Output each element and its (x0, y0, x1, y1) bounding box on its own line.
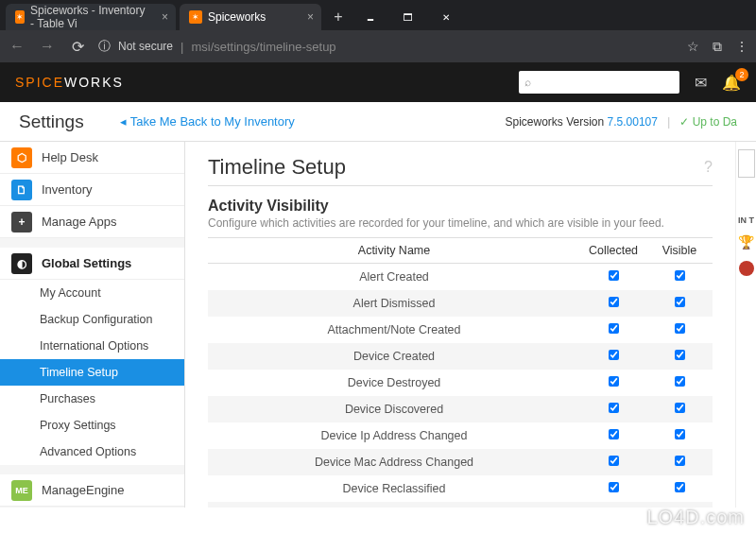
activity-name-cell: Device Updated (208, 502, 580, 508)
sidebar-sub-backup-configuration[interactable]: Backup Configuration (0, 306, 184, 333)
visible-checkbox[interactable] (675, 270, 685, 281)
shield-icon[interactable] (739, 261, 754, 276)
col-activity-name: Activity Name (208, 238, 580, 264)
browser-tab-active[interactable]: ✶ Spiceworks × (180, 4, 321, 30)
section-heading: Activity Visibility (208, 198, 713, 215)
section-subtext: Configure which activities are recorded … (208, 216, 713, 230)
table-row: Device Discovered (208, 396, 713, 422)
table-row: Device Reclassified (208, 475, 713, 502)
visible-checkbox[interactable] (675, 297, 685, 307)
activity-name-cell: Attachment/Note Created (208, 317, 580, 343)
sidebar-item-help-desk[interactable]: ⬡Help Desk (0, 142, 184, 174)
browser-tab-strip: ✶ Spiceworks - Inventory - Table Vi × ✶ … (0, 0, 756, 30)
collected-checkbox[interactable] (609, 429, 619, 439)
address-bar[interactable]: ⓘ Not secure | msi/settings/timeline-set… (98, 35, 676, 58)
activity-name-cell: Device Ip Address Changed (208, 422, 580, 449)
sidebar-sub-international-options[interactable]: International Options (0, 333, 184, 359)
tab-title: Spiceworks - Inventory - Table Vi (30, 4, 149, 30)
sub-header: Settings ◂ Take Me Back to My Inventory … (0, 102, 756, 142)
collected-checkbox[interactable] (609, 456, 619, 466)
collected-checkbox[interactable] (609, 403, 619, 413)
trophy-icon[interactable]: 🏆 (736, 234, 756, 250)
sidebar-item-global-settings[interactable]: ◐ Global Settings (0, 248, 184, 280)
not-secure-icon: ⓘ (98, 38, 111, 55)
right-rail-widget[interactable] (738, 149, 755, 178)
window-close-button[interactable]: ✕ (427, 4, 465, 30)
activity-name-cell: Device Destroyed (208, 370, 580, 396)
bookmark-star-icon[interactable]: ☆ (687, 39, 699, 54)
sidebar-item-inventory[interactable]: 🗋Inventory (0, 174, 184, 206)
sidebar-sub-advanced-options[interactable]: Advanced Options (0, 439, 184, 465)
col-visible: Visible (646, 238, 713, 264)
sidebar-item-manageengine[interactable]: ME ManageEngine (0, 474, 184, 507)
watermark: LO4D.com (627, 507, 745, 528)
collected-checkbox[interactable] (609, 323, 619, 334)
activity-table: Activity Name Collected Visible Alert Cr… (208, 237, 713, 508)
update-status: ✓ Up to Da (679, 115, 737, 129)
help-icon[interactable]: ? (704, 159, 713, 176)
visible-checkbox[interactable] (675, 350, 685, 360)
tab-title: Spiceworks (208, 10, 266, 24)
sidebar-sub-purchases[interactable]: Purchases (0, 386, 184, 412)
sidebar-sub-proxy-settings[interactable]: Proxy Settings (0, 412, 184, 439)
spiceworks-logo[interactable]: SPICEWORKS (15, 75, 124, 90)
back-button[interactable]: ← (8, 38, 26, 55)
global-search-input[interactable]: ⌕ (519, 71, 679, 94)
sidebar-item-label: Manage Apps (42, 215, 117, 229)
collected-checkbox[interactable] (609, 297, 619, 307)
collected-checkbox[interactable] (609, 482, 619, 492)
table-row: Device Created (208, 343, 713, 370)
table-row: Device Mac Address Changed (208, 449, 713, 475)
main-content: ? Timeline Setup Activity Visibility Con… (185, 142, 735, 508)
back-to-inventory-link[interactable]: ◂ Take Me Back to My Inventory (120, 114, 295, 129)
activity-name-cell: Device Created (208, 343, 580, 370)
collected-checkbox[interactable] (609, 376, 619, 387)
url-text: msi/settings/timeline-setup (191, 40, 335, 54)
global-settings-icon: ◐ (11, 253, 32, 274)
sidebar-item-label: Help Desk (42, 150, 98, 164)
sidebar-item-label: Inventory (42, 182, 92, 197)
visible-checkbox[interactable] (675, 482, 685, 492)
visible-checkbox[interactable] (675, 403, 685, 413)
activity-name-cell: Alert Created (208, 264, 580, 291)
reload-button[interactable]: ⟳ (68, 38, 87, 56)
sidebar-icon: ⬡ (11, 147, 32, 168)
settings-sidebar: ⬡Help Desk🗋Inventory+Manage Apps ◐ Globa… (0, 142, 185, 508)
sidebar-icon: 🗋 (11, 180, 32, 200)
activity-name-cell: Device Mac Address Changed (208, 449, 580, 475)
sidebar-item-manage-apps[interactable]: +Manage Apps (0, 206, 184, 238)
table-row: Device Ip Address Changed (208, 422, 713, 449)
visible-checkbox[interactable] (675, 429, 685, 439)
browser-address-row: ← → ⟳ ⓘ Not secure | msi/settings/timeli… (0, 30, 756, 62)
new-tab-button[interactable]: + (325, 4, 352, 30)
close-icon[interactable]: × (162, 10, 168, 24)
minimize-button[interactable]: 🗕 (352, 4, 389, 30)
visible-checkbox[interactable] (675, 456, 685, 466)
collected-checkbox[interactable] (609, 350, 619, 360)
page-title: Timeline Setup (208, 155, 713, 180)
search-icon: ⌕ (524, 76, 531, 89)
extensions-icon[interactable]: ⧉ (713, 39, 722, 55)
mail-icon[interactable]: ✉ (695, 74, 707, 92)
collected-checkbox[interactable] (609, 270, 619, 281)
visible-checkbox[interactable] (675, 323, 685, 334)
right-rail-text: IN T (736, 215, 756, 225)
notification-count-badge: 2 (735, 68, 748, 81)
visible-checkbox[interactable] (675, 376, 685, 387)
browser-tab-inactive[interactable]: ✶ Spiceworks - Inventory - Table Vi × (6, 4, 176, 30)
manageengine-icon: ME (11, 480, 32, 501)
maximize-button[interactable]: 🗖 (389, 4, 427, 30)
col-collected: Collected (580, 238, 646, 264)
sidebar-sub-timeline-setup[interactable]: Timeline Setup (0, 359, 184, 386)
back-arrow-icon: ◂ (120, 114, 127, 129)
browser-menu-icon[interactable]: ⋮ (735, 39, 748, 54)
page-section-title: Settings (19, 112, 84, 132)
sidebar-sub-my-account[interactable]: My Account (0, 280, 184, 306)
sidebar-icon: + (11, 212, 32, 233)
not-secure-label: Not secure (118, 40, 173, 53)
forward-button[interactable]: → (38, 38, 57, 55)
table-row: Alert Created (208, 264, 713, 291)
notifications-bell-icon[interactable]: 🔔 2 (722, 74, 741, 92)
close-icon[interactable]: × (307, 10, 314, 24)
app-header: SPICEWORKS ⌕ ✉ 🔔 2 (0, 62, 756, 102)
